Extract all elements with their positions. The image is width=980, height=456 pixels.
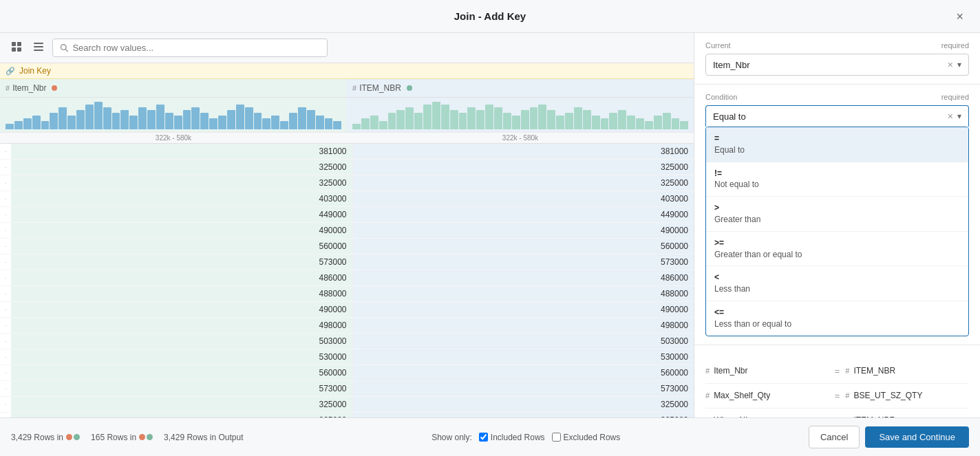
search-bar [52, 39, 328, 57]
dropdown-item[interactable]: <Less than [706, 266, 968, 301]
dropdown-item[interactable]: >Greater than [706, 197, 968, 232]
right-cell: 449000 [353, 207, 694, 222]
join-key-label: Join Key [19, 66, 51, 76]
columns-header: # Item_Nbr # ITEM_NBR [0, 79, 694, 98]
table-row[interactable]: · 530000 530000 [0, 349, 694, 365]
row-dot: · [0, 334, 11, 349]
right-col-dot [407, 85, 412, 91]
show-only-label: Show only: [432, 433, 472, 442]
table-row[interactable]: · 573000 573000 [0, 381, 694, 397]
svg-rect-2 [12, 47, 16, 52]
table-row[interactable]: · 498000 498000 [0, 318, 694, 334]
table-row[interactable]: · 490000 490000 [0, 223, 694, 239]
data-area: 🔗 Join Key # Item_Nbr # ITEM_NBR [0, 63, 694, 417]
mapping-row: # Item_Nbr = # ITEM_NBR [705, 359, 969, 384]
table-row[interactable]: · 325000 325000 [0, 397, 694, 413]
table-row[interactable]: · 325000 325000 [0, 413, 694, 417]
row-dot: · [0, 349, 11, 365]
left-col-hash: # [6, 84, 10, 92]
condition-value: Equal to [713, 111, 746, 122]
left-cell: 381000 [11, 144, 353, 159]
left-cell: 325000 [11, 397, 353, 412]
table-row[interactable]: · 573000 573000 [0, 254, 694, 270]
table-row[interactable]: · 503000 503000 [0, 334, 694, 349]
map-left-hash: # [705, 391, 710, 400]
right-cell: 530000 [353, 349, 694, 365]
current-clear-icon[interactable]: × [948, 59, 953, 70]
rows-in-right-text: 165 Rows in [91, 433, 136, 442]
table-row[interactable]: · 486000 486000 [0, 270, 694, 286]
join-key-icon: 🔗 [6, 67, 15, 76]
row-dot: · [0, 302, 11, 317]
excluded-rows-checkbox[interactable] [552, 433, 561, 442]
data-rows: · 381000 381000 · 325000 325000 · 325000… [0, 144, 694, 417]
current-label: Current [705, 41, 731, 50]
condition-label: Condition [705, 93, 737, 101]
right-cell: 325000 [353, 397, 694, 412]
included-rows-checkbox-label[interactable]: Included Rows [479, 433, 545, 442]
right-cell: 560000 [353, 365, 694, 380]
row-dot: · [0, 381, 11, 396]
cancel-button[interactable]: Cancel [809, 426, 860, 448]
left-cell: 449000 [11, 207, 353, 222]
table-row[interactable]: · 488000 488000 [0, 286, 694, 302]
table-row[interactable]: · 490000 490000 [0, 302, 694, 318]
show-only-group: Show only: Included Rows Excluded Rows [432, 433, 620, 442]
table-row[interactable]: · 403000 403000 [0, 191, 694, 207]
current-section: Current required Item_Nbr × ▾ [694, 33, 980, 85]
dropdown-item[interactable]: !=Not equal to [706, 162, 968, 197]
table-row[interactable]: · 560000 560000 [0, 239, 694, 254]
left-col-header: # Item_Nbr [0, 79, 347, 97]
left-cell: 560000 [11, 365, 353, 380]
current-arrow-icon[interactable]: ▾ [957, 60, 961, 69]
condition-arrow-icon[interactable]: ▾ [957, 111, 961, 121]
dropdown-item[interactable]: <=Less than or equal to [706, 301, 968, 336]
right-cell: 486000 [353, 270, 694, 285]
current-select[interactable]: Item_Nbr × ▾ [705, 54, 969, 76]
right-cell: 490000 [353, 302, 694, 317]
right-dot-green [147, 434, 153, 440]
svg-line-8 [65, 49, 67, 51]
dropdown-item[interactable]: >=Greater than or equal to [706, 232, 968, 267]
condition-required: required [941, 93, 969, 101]
modal-body: 🔗 Join Key # Item_Nbr # ITEM_NBR [0, 33, 980, 417]
left-cell: 325000 [11, 413, 353, 417]
rows-output-stat: 3,429 Rows in Output [164, 433, 243, 442]
included-rows-label: Included Rows [491, 433, 545, 442]
modal-title: Join - Add Key [454, 10, 526, 22]
svg-rect-6 [34, 50, 43, 51]
map-right-hash: # [845, 367, 849, 375]
table-row[interactable]: · 325000 325000 [0, 160, 694, 175]
included-rows-checkbox[interactable] [479, 433, 488, 442]
map-right-hash: # [845, 391, 849, 400]
search-input[interactable] [72, 43, 320, 53]
table-row[interactable]: · 325000 325000 [0, 175, 694, 191]
histogram-left [0, 98, 347, 132]
map-left: # Item_Nbr [705, 366, 829, 376]
condition-select[interactable]: Equal to × ▾ [705, 105, 969, 127]
close-button[interactable]: × [950, 6, 969, 26]
map-equals: = [835, 366, 840, 376]
svg-rect-4 [34, 43, 43, 44]
left-cell: 325000 [11, 160, 353, 175]
dropdown-item[interactable]: =Equal to [706, 127, 968, 162]
table-row[interactable]: · 560000 560000 [0, 365, 694, 381]
save-button[interactable]: Save and Continue [865, 426, 969, 448]
left-cell: 498000 [11, 318, 353, 333]
svg-rect-5 [34, 46, 43, 47]
table-row[interactable]: · 381000 381000 [0, 144, 694, 160]
map-left: # Max_Shelf_Qty [705, 391, 829, 400]
table-row[interactable]: · 449000 449000 [0, 207, 694, 223]
right-cell: 498000 [353, 318, 694, 333]
right-cell: 325000 [353, 160, 694, 175]
right-cell: 488000 [353, 286, 694, 301]
grid-view-icon[interactable] [8, 39, 25, 57]
map-right: # BSE_UT_SZ_QTY [845, 391, 969, 400]
mapping-section: # Item_Nbr = # ITEM_NBR # Max_Shelf_Qty … [694, 351, 980, 417]
condition-clear-icon[interactable]: × [948, 111, 953, 122]
right-col-hash: # [352, 84, 356, 92]
list-view-icon[interactable] [30, 39, 47, 57]
select-icons: × ▾ [948, 59, 961, 70]
excluded-rows-checkbox-label[interactable]: Excluded Rows [552, 433, 621, 442]
map-right-name: ITEM_NBR [853, 366, 895, 376]
